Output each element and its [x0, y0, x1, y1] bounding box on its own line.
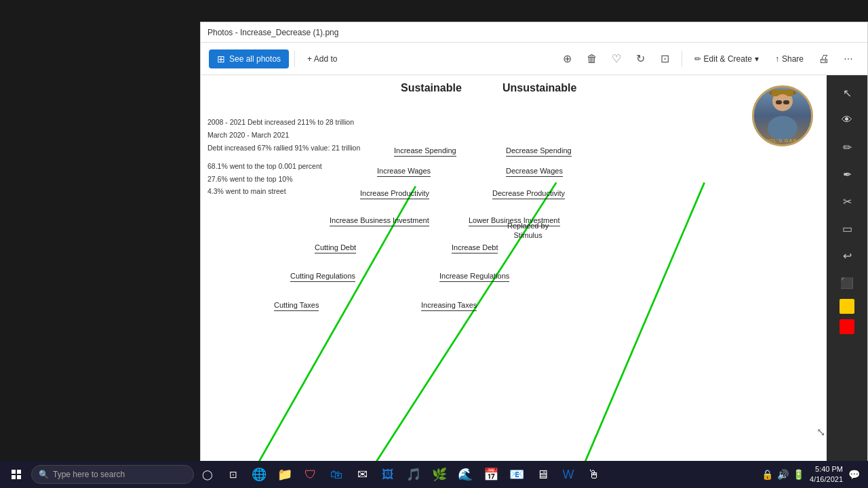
label-decrease-spending: Decrease Spending — [506, 146, 572, 157]
label-decrease-wages: Decrease Wages — [506, 167, 563, 177]
app9-icon: 🖱 — [588, 468, 600, 482]
taskbar-calendar[interactable]: 📅 — [479, 462, 503, 487]
svg-rect-6 — [783, 100, 789, 104]
file-title-bar: Photos - Increase_Decrease (1).png — [201, 22, 867, 43]
tool-color-red[interactable] — [840, 319, 854, 334]
network-icon[interactable]: 🔒 — [762, 469, 773, 480]
label-increase-spending: Increase Spending — [394, 146, 456, 157]
add-to-label: + Add to — [307, 54, 337, 64]
photos-icon-taskbar: 🖼 — [382, 468, 394, 482]
taskbar-app8[interactable]: 🖥 — [530, 462, 555, 487]
tool-eye-button[interactable]: 👁 — [833, 108, 861, 132]
resize-corner-button[interactable]: ⤡ — [816, 426, 825, 439]
taskbar-photos[interactable]: 🖼 — [376, 462, 400, 487]
tool-undo-button[interactable]: ↩ — [833, 243, 861, 268]
file-explorer-icon: 📁 — [277, 467, 292, 482]
system-icons: 🔒 🔊 🔋 — [762, 469, 804, 480]
taskbar-app7[interactable]: 🌿 — [427, 462, 452, 487]
label-increasing-taxes: Increasing Taxes — [421, 301, 477, 311]
sustainable-title: Sustainable — [401, 82, 462, 94]
taskbar-cortana[interactable]: ◯ — [195, 462, 220, 487]
zoom-icon: ⊕ — [563, 52, 572, 65]
start-button[interactable] — [3, 461, 30, 488]
battery-icon[interactable]: 🔋 — [793, 469, 804, 480]
taskbar-task-view[interactable]: ⊡ — [221, 462, 245, 487]
label-increase-productivity: Increase Productivity — [360, 189, 429, 199]
label-increase-business: Increase Business Investment — [330, 216, 429, 226]
see-all-label: See all photos — [229, 54, 281, 64]
notification-icon[interactable]: 💬 — [848, 469, 860, 480]
rotate-icon: ↻ — [636, 52, 645, 65]
calendar-icon: 📅 — [484, 467, 498, 482]
taskbar-defender[interactable]: 🛡 — [298, 462, 323, 487]
defender-icon: 🛡 — [304, 468, 317, 482]
taskbar-mail[interactable]: ✉ — [350, 462, 374, 487]
taskbar-outlook[interactable]: 📧 — [505, 462, 529, 487]
edit-create-button[interactable]: ✏ Edit & Create ▾ — [688, 50, 766, 68]
taskbar-system-tray: 🔒 🔊 🔋 5:40 PM 4/16/2021 💬 — [762, 464, 865, 485]
info-line-1: 2008 - 2021 Debt increased 211% to 28 tr… — [208, 116, 360, 129]
taskbar-browser[interactable]: 🌊 — [453, 462, 477, 487]
search-placeholder: Type here to search — [53, 470, 125, 479]
clock-time: 5:40 PM — [810, 464, 843, 474]
label-cutting-regulations: Cutting Regulations — [290, 272, 355, 282]
tool-color-yellow[interactable] — [840, 299, 854, 314]
eye-icon: 👁 — [842, 114, 852, 126]
cursor-icon: ↖ — [843, 87, 852, 100]
avatar: PHIL'S GANG — [752, 85, 813, 146]
volume-icon[interactable]: 🔊 — [777, 469, 789, 480]
label-increase-wages: Increase Wages — [377, 167, 431, 177]
system-clock[interactable]: 5:40 PM 4/16/2021 — [810, 464, 843, 485]
more-button[interactable]: ··· — [837, 48, 859, 70]
chevron-down-icon: ▾ — [755, 54, 759, 64]
label-cutting-debt: Cutting Debt — [315, 243, 356, 253]
browser-icon: 🌊 — [458, 467, 473, 482]
task-view-icon: ⊡ — [229, 469, 237, 480]
crop-button[interactable]: ⊡ — [654, 48, 676, 70]
taskbar-word[interactable]: W — [556, 462, 580, 487]
clock-date: 4/16/2021 — [810, 474, 843, 485]
delete-button[interactable]: 🗑 — [581, 48, 603, 70]
tool-rect-button[interactable]: ▭ — [833, 216, 861, 241]
unsustainable-title: Unsustainable — [502, 82, 576, 94]
zoom-button[interactable]: ⊕ — [557, 48, 578, 70]
app6-icon: 🎵 — [406, 467, 421, 482]
share-label: Share — [782, 54, 804, 64]
pen2-icon: ✒ — [843, 168, 852, 181]
taskbar-search[interactable]: 🔍 Type here to search — [31, 465, 194, 484]
mail-icon: ✉ — [357, 467, 368, 482]
rotate-button[interactable]: ↻ — [630, 48, 652, 70]
print-button[interactable]: 🖨 — [813, 48, 835, 70]
tool-pen-button[interactable]: ✏ — [833, 135, 861, 159]
add-to-button[interactable]: + Add to — [300, 50, 344, 68]
svg-point-1 — [768, 116, 797, 140]
more-icon: ··· — [844, 53, 852, 65]
delete-icon: 🗑 — [587, 53, 597, 65]
tool-pen2-button[interactable]: ✒ — [833, 162, 861, 186]
scissors-icon: ✂ — [843, 195, 852, 208]
toolbar-right: ⊕ 🗑 ♡ ↻ ⊡ ✏ Edit & Create ▾ ↑ Share — [557, 48, 859, 70]
heart-button[interactable]: ♡ — [606, 48, 627, 70]
edit-create-label: Edit & Create — [704, 54, 752, 64]
toolbar-separator — [294, 51, 295, 67]
taskbar-file-explorer[interactable]: 📁 — [273, 462, 297, 487]
info-line-2: March 2020 - March 2021 — [208, 129, 360, 142]
tool-scissors-button[interactable]: ✂ — [833, 189, 861, 214]
taskbar-app6[interactable]: 🎵 — [401, 462, 426, 487]
right-tools-panel: ↖ 👁 ✏ ✒ ✂ ▭ ↩ ⬛ — [827, 75, 867, 466]
left-black-area — [0, 22, 200, 466]
share-icon: ↑ — [775, 54, 779, 64]
search-icon: 🔍 — [39, 470, 49, 479]
tool-cursor-button[interactable]: ↖ — [833, 81, 861, 105]
taskbar-store[interactable]: 🛍 — [324, 462, 349, 487]
taskbar-edge[interactable]: 🌐 — [247, 462, 271, 487]
share-button[interactable]: ↑ Share — [768, 50, 810, 68]
outlook-icon: 📧 — [509, 467, 524, 482]
label-cutting-taxes: Cutting Taxes — [274, 301, 319, 311]
taskbar-app9[interactable]: 🖱 — [582, 462, 606, 487]
print-icon: 🖨 — [818, 53, 829, 65]
cortana-icon: ◯ — [202, 469, 213, 480]
avatar-inner: PHIL'S GANG — [754, 87, 811, 144]
see-all-photos-button[interactable]: ⊞ See all photos — [209, 49, 289, 68]
tool-layers-button[interactable]: ⬛ — [833, 270, 861, 295]
